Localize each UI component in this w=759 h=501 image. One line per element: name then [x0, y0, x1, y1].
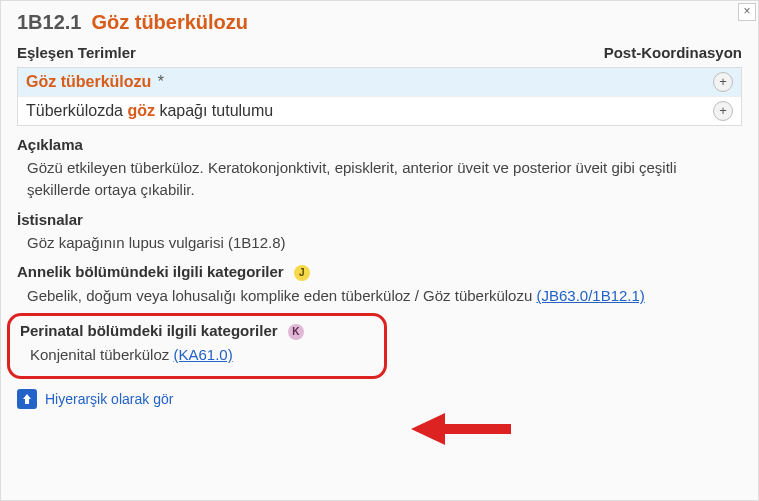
maternal-text: Gebelik, doğum veya lohusalığı komplike … — [27, 287, 536, 304]
hierarchy-icon — [17, 389, 37, 409]
maternal-title: Annelik bölümündeki ilgili kategoriler J — [17, 263, 742, 281]
maternal-title-text: Annelik bölümündeki ilgili kategoriler — [17, 263, 284, 280]
term-highlight: göz — [127, 102, 155, 119]
sub-header: Eşleşen Terimler Post-Koordinasyon — [1, 40, 758, 67]
term-row[interactable]: Tüberkülozda göz kapağı tutulumu + — [18, 97, 741, 125]
perinatal-title: Perinatal bölümdeki ilgili kategoriler K — [20, 322, 374, 340]
perinatal-highlight-box: Perinatal bölümdeki ilgili kategoriler K… — [7, 313, 387, 379]
matched-terms-label: Eşleşen Terimler — [17, 44, 136, 61]
perinatal-body: Konjenital tüberküloz (KA61.0) — [20, 342, 374, 366]
terms-list: Göz tüberkülozu * + Tüberkülozda göz kap… — [17, 67, 742, 126]
perinatal-title-text: Perinatal bölümdeki ilgili kategoriler — [20, 322, 278, 339]
description-title: Açıklama — [17, 136, 742, 153]
description-body: Gözü etkileyen tüberküloz. Keratokonjonk… — [17, 155, 742, 201]
term-row[interactable]: Göz tüberkülozu * + — [18, 68, 741, 97]
description-section: Açıklama Gözü etkileyen tüberküloz. Kera… — [1, 126, 758, 201]
svg-marker-1 — [411, 413, 445, 445]
entity-title: Göz tüberkülozu — [91, 11, 248, 33]
maternal-badge-icon: J — [294, 265, 310, 281]
post-coordination-label: Post-Koordinasyon — [604, 44, 742, 61]
term-text: Göz tüberkülozu * — [26, 73, 164, 91]
entity-code: 1B12.1 — [17, 11, 82, 33]
preferred-star: * — [158, 73, 164, 90]
term-post: kapağı tutulumu — [155, 102, 273, 119]
perinatal-text: Konjenital tüberküloz — [30, 346, 173, 363]
footer: Hiyerarşik olarak gör — [1, 379, 758, 419]
term-highlight: Göz tüberkülozu — [26, 73, 151, 90]
perinatal-code-link[interactable]: (KA61.0) — [173, 346, 232, 363]
header: 1B12.1 Göz tüberkülozu — [1, 1, 758, 40]
add-postcoord-button[interactable]: + — [713, 101, 733, 121]
exclusions-body: Göz kapağının lupus vulgarisi (1B12.8) — [17, 230, 742, 254]
perinatal-badge-icon: K — [288, 324, 304, 340]
add-postcoord-button[interactable]: + — [713, 72, 733, 92]
details-panel: × 1B12.1 Göz tüberkülozu Eşleşen Terimle… — [0, 0, 759, 501]
exclusions-title: İstisnalar — [17, 211, 742, 228]
term-pre: Tüberkülozda — [26, 102, 127, 119]
maternal-section: Annelik bölümündeki ilgili kategoriler J… — [1, 253, 758, 307]
close-button[interactable]: × — [738, 3, 756, 21]
term-text: Tüberkülozda göz kapağı tutulumu — [26, 102, 273, 120]
view-hierarchy-link[interactable]: Hiyerarşik olarak gör — [45, 391, 173, 407]
annotation-arrow-icon — [411, 409, 521, 459]
maternal-body: Gebelik, doğum veya lohusalığı komplike … — [17, 283, 742, 307]
maternal-code-link[interactable]: (JB63.0/1B12.1) — [536, 287, 644, 304]
exclusions-section: İstisnalar Göz kapağının lupus vulgarisi… — [1, 201, 758, 254]
